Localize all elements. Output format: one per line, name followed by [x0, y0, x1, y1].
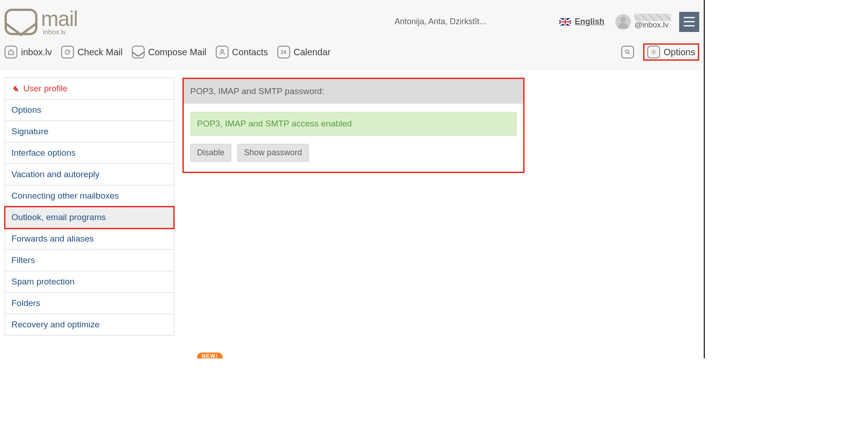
options-sidebar: User profile Options Signature Interface… — [5, 78, 174, 336]
panel-body: POP3, IMAP and SMTP access enabled Disab… — [184, 104, 523, 172]
nav-check-label: Check Mail — [78, 47, 123, 58]
language-switcher[interactable]: English — [559, 17, 604, 26]
content-body: User profile Options Signature Interface… — [0, 69, 704, 336]
nav-options[interactable]: Options — [647, 46, 695, 58]
logo[interactable]: mail inbox.lv — [5, 8, 78, 35]
sidebar-item-folders[interactable]: Folders — [5, 293, 174, 314]
sidebar-item-interface[interactable]: Interface options — [5, 142, 174, 164]
language-label: English — [575, 17, 604, 26]
nav-contacts[interactable]: Contacts — [216, 46, 268, 58]
top-bar: mail inbox.lv Antonija, Anta, Dzirkstīt.… — [0, 0, 704, 43]
calendar-icon: 24 — [277, 46, 290, 58]
main-column: POP3, IMAP and SMTP password: POP3, IMAP… — [182, 78, 525, 173]
gear-icon — [647, 46, 660, 58]
envelope-icon — [5, 9, 37, 35]
back-arrow-icon — [11, 84, 20, 93]
home-icon — [5, 46, 17, 58]
new-badge: NEW! — [197, 353, 223, 358]
nav-search[interactable] — [621, 46, 634, 58]
disable-button[interactable]: Disable — [190, 144, 231, 162]
show-password-button[interactable]: Show password — [237, 144, 309, 162]
brand-name: mail — [41, 8, 78, 29]
uk-flag-icon — [559, 18, 571, 26]
nav-compose[interactable]: Compose Mail — [132, 46, 207, 58]
nav-home-label: inbox.lv — [21, 47, 52, 58]
pop3-panel-highlighted: POP3, IMAP and SMTP password: POP3, IMAP… — [182, 78, 525, 173]
nav-calendar-label: Calendar — [294, 47, 331, 58]
now-playing[interactable]: Antonija, Anta, Dzirkstīt... — [395, 17, 486, 26]
user-account[interactable]: @inbox.lv — [615, 14, 671, 30]
sidebar-back-user-profile[interactable]: User profile — [5, 78, 174, 100]
user-domain: @inbox.lv — [634, 21, 671, 30]
svg-point-1 — [625, 50, 629, 53]
nav-check-mail[interactable]: Check Mail — [61, 46, 123, 58]
sidebar-item-filters[interactable]: Filters — [5, 250, 174, 271]
nav-compose-label: Compose Mail — [148, 47, 207, 58]
contacts-icon — [216, 46, 229, 58]
sidebar-item-signature[interactable]: Signature — [5, 121, 174, 142]
svg-point-2 — [653, 51, 655, 53]
nav-options-highlighted: Options — [643, 43, 699, 61]
nav-home[interactable]: inbox.lv — [5, 46, 52, 58]
sidebar-item-recovery[interactable]: Recovery and optimize — [5, 314, 174, 335]
status-success: POP3, IMAP and SMTP access enabled — [190, 112, 517, 136]
panel-title: POP3, IMAP and SMTP password: — [184, 79, 523, 104]
sidebar-item-connecting[interactable]: Connecting other mailboxes — [5, 185, 174, 207]
menu-button[interactable] — [679, 12, 699, 32]
sidebar-profile-label: User profile — [23, 84, 68, 94]
sidebar-item-vacation[interactable]: Vacation and autoreply — [5, 164, 174, 185]
sidebar-item-outlook[interactable]: Outlook, email programs — [5, 207, 174, 228]
user-name-redacted — [634, 14, 671, 21]
compose-icon — [132, 46, 145, 58]
avatar-icon — [615, 14, 631, 30]
sidebar-item-forwards[interactable]: Forwards and aliases — [5, 228, 174, 250]
nav-options-label: Options — [664, 47, 695, 58]
brand-sub: inbox.lv — [43, 28, 78, 35]
main-nav: inbox.lv Check Mail Compose Mail Contact… — [0, 43, 704, 69]
logo-text: mail inbox.lv — [41, 8, 78, 35]
sidebar-item-options[interactable]: Options — [5, 100, 174, 121]
sidebar-item-spam[interactable]: Spam protection — [5, 271, 174, 293]
svg-point-0 — [221, 50, 223, 52]
search-icon — [621, 46, 634, 58]
refresh-icon — [61, 46, 74, 58]
nav-calendar[interactable]: 24 Calendar — [277, 46, 331, 58]
nav-contacts-label: Contacts — [232, 47, 268, 58]
